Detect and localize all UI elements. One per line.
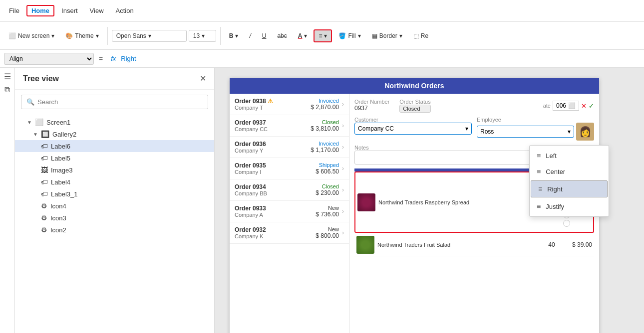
strikethrough-button[interactable]: abc <box>273 30 291 42</box>
order-company-0935: Company I <box>235 169 313 175</box>
gallery-item-0938[interactable]: Order 0938 ⚠ Company T Invoiced $ 2,870.… <box>230 94 349 115</box>
menu-view[interactable]: View <box>85 5 109 16</box>
bold-button[interactable]: B ▾ <box>225 30 243 42</box>
order-amount: $ 2,870.00 <box>311 104 339 111</box>
tree-search-box[interactable]: 🔍 <box>21 95 208 109</box>
menu-file[interactable]: File <box>4 5 24 16</box>
property-select[interactable]: Align <box>4 53 94 65</box>
font-size-dropdown[interactable]: 13 ▾ <box>189 30 216 42</box>
date-value: 006 <box>556 102 566 109</box>
chevron-icon-0932: › <box>342 229 344 236</box>
tree-item-icon2[interactable]: ⚙ Icon2 <box>15 224 214 236</box>
tree-title: Tree view <box>23 74 59 83</box>
fill-button[interactable]: 🪣 Fill ▾ <box>334 30 365 42</box>
reorder-icon: ⬚ <box>413 32 419 39</box>
font-dropdown[interactable]: Open Sans ▾ <box>112 30 187 42</box>
chevron-icon-0936: › <box>342 144 344 151</box>
tree-close-button[interactable]: ✕ <box>200 74 206 83</box>
layers-icon[interactable]: ⧉ <box>4 85 10 94</box>
hamburger-icon[interactable]: ☰ <box>4 72 11 81</box>
product-qty-1: 40 <box>544 241 559 248</box>
border-label: Border <box>379 32 397 39</box>
handle-6 <box>563 220 570 227</box>
tree-item-gallery2[interactable]: ▼ 🔲 Gallery2 <box>15 128 214 140</box>
label3-icon: 🏷 <box>41 190 48 198</box>
align-left-option[interactable]: ≡ Left <box>530 148 609 164</box>
product-name-0: Northwind Traders Raspberry Spread <box>378 199 540 205</box>
fill-label: Fill <box>348 32 355 39</box>
order-number-label: Order Number <box>354 99 389 105</box>
close-detail-button[interactable]: ✕ <box>581 102 587 110</box>
tree-item-label3[interactable]: 🏷 Label3_1 <box>15 188 214 200</box>
reorder-button[interactable]: ⬚ Re <box>409 30 433 42</box>
gallery-item-0933[interactable]: Order 0933 Company A New $ 736.00 › <box>230 201 349 222</box>
tree-item-icon3[interactable]: ⚙ Icon3 <box>15 212 214 224</box>
product-row-1[interactable]: Northwind Traders Fruit Salad 40 $ 39.00 <box>354 233 594 257</box>
tree-item-label5[interactable]: 🏷 Label5 <box>15 152 214 164</box>
date-label: ate <box>543 103 551 109</box>
tree-item-icon4[interactable]: ⚙ Icon4 <box>15 200 214 212</box>
bold-icon: B <box>229 32 234 39</box>
theme-button[interactable]: 🎨 Theme ▾ <box>61 30 103 42</box>
font-color-button[interactable]: A ▾ <box>294 30 312 42</box>
tree-header: Tree view ✕ <box>15 68 214 90</box>
date-field[interactable]: 006 ⬜ <box>553 101 579 111</box>
toggle-gallery2[interactable]: ▼ <box>33 132 38 137</box>
gallery-item-0936[interactable]: Order 0936 Company Y Invoiced $ 1,170.00… <box>230 137 349 158</box>
reorder-label: Re <box>421 32 428 39</box>
align-button[interactable]: ≡ ▾ <box>314 29 332 42</box>
new-screen-button[interactable]: ⬜ New screen ▾ <box>4 30 59 42</box>
product-img-1 <box>356 236 374 254</box>
align-center-option[interactable]: ≡ Center <box>530 164 609 179</box>
search-input[interactable] <box>37 98 203 106</box>
italic-button[interactable]: / <box>245 30 255 42</box>
scroll-icon: ⬜ <box>568 102 576 109</box>
font-color-icon: A <box>298 32 303 39</box>
order-amount-0932: $ 800.00 <box>316 232 339 239</box>
menu-insert[interactable]: Insert <box>56 5 83 16</box>
gallery-item-0934[interactable]: Order 0934 Company BB Closed $ 230.00 › <box>230 179 349 201</box>
customer-input[interactable]: Company CC ▾ <box>354 123 472 135</box>
order-num-0937: Order 0937 <box>235 119 308 126</box>
employee-input[interactable]: Ross ▾ <box>477 126 574 138</box>
underline-button[interactable]: U <box>258 30 271 42</box>
align-justify-icon: ≡ <box>537 202 541 210</box>
confirm-detail-button[interactable]: ✓ <box>589 102 594 110</box>
align-justify-option[interactable]: ≡ Justify <box>530 198 609 214</box>
label4-label: Label4 <box>51 178 70 186</box>
tree-item-screen1[interactable]: ▼ ⬜ Screen1 <box>15 116 214 128</box>
menu-home[interactable]: Home <box>26 5 54 16</box>
customer-dropdown-icon: ▾ <box>465 125 468 132</box>
order-company-0932: Company K <box>235 233 313 239</box>
order-company-0934: Company BB <box>235 190 313 196</box>
order-number-value: 0937 <box>354 105 389 112</box>
order-info-0938: Order 0938 ⚠ Company T <box>235 98 308 111</box>
order-info-0934: Order 0934 Company BB <box>235 183 313 196</box>
order-status-0933: New <box>316 205 339 211</box>
screen-icon: ⬜ <box>35 118 43 126</box>
gallery-item-0937[interactable]: Order 0937 Company CC Closed $ 3,810.00 … <box>230 115 349 137</box>
gallery-icon: 🔲 <box>41 130 49 138</box>
order-status: Invoiced <box>311 98 339 104</box>
border-button[interactable]: ▦ Border ▾ <box>367 30 407 42</box>
align-right-option[interactable]: ≡ Right <box>531 180 608 197</box>
gallery-item-0932[interactable]: Order 0932 Company K New $ 800.00 › <box>230 222 349 244</box>
order-status-0932: New <box>316 226 339 232</box>
icon3-label: Icon3 <box>50 214 66 222</box>
align-center-icon: ≡ <box>537 167 541 175</box>
tree-item-image3[interactable]: 🖼 Image3 <box>15 164 214 176</box>
order-company-0936: Company Y <box>235 148 308 154</box>
gallery-item-0935[interactable]: Order 0935 Company I Shipped $ 606.50 › <box>230 158 349 179</box>
toggle-screen1[interactable]: ▼ <box>27 120 32 125</box>
gallery-panel: Order 0938 ⚠ Company T Invoiced $ 2,870.… <box>230 94 349 333</box>
tree-item-label4[interactable]: 🏷 Label4 <box>15 176 214 188</box>
image3-icon: 🖼 <box>41 166 48 174</box>
order-status-field: Order Status Closed <box>399 99 430 113</box>
menu-action[interactable]: Action <box>111 5 139 16</box>
align-chevron: ▾ <box>324 32 327 39</box>
tree-item-label6[interactable]: 🏷 Label6 <box>15 140 214 152</box>
product-name-1: Northwind Traders Fruit Salad <box>377 242 541 248</box>
chevron-icon-0934: › <box>342 186 344 193</box>
chevron-icon-0933: › <box>342 208 344 215</box>
align-dropdown: ≡ Left ≡ Center ≡ Right ≡ Justify <box>529 145 609 217</box>
